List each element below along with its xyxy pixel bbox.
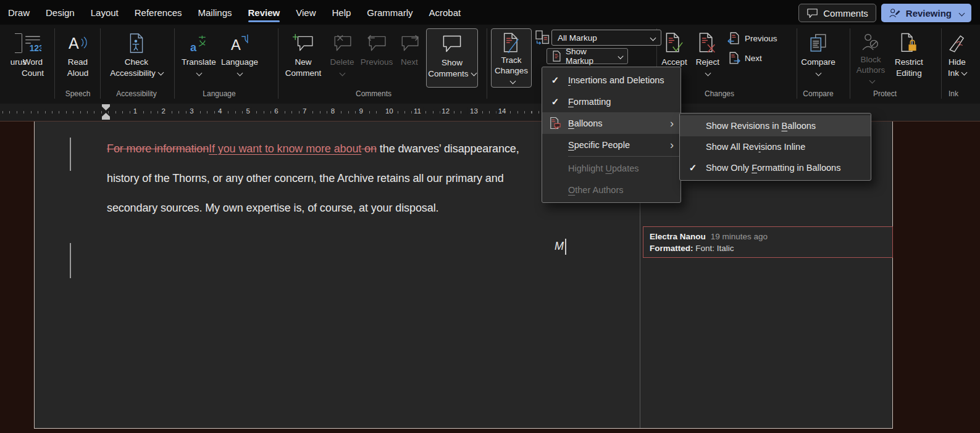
- track-changes-icon: [502, 30, 521, 55]
- chevron-down-icon: [869, 77, 876, 83]
- submenu-arrow-icon: ›: [670, 139, 674, 151]
- previous-change-icon: [727, 32, 740, 45]
- ruler-number: 9: [357, 107, 364, 115]
- new-comment-button[interactable]: New Comment: [279, 30, 327, 86]
- reviewing-button[interactable]: Reviewing: [881, 4, 971, 22]
- show-markup-icon: [552, 51, 561, 62]
- track-changes-label: Track Changes: [495, 56, 528, 76]
- previous-change-button[interactable]: Previous: [727, 32, 777, 45]
- compare-button[interactable]: Compare: [798, 30, 839, 86]
- menu-item-label: Other Authors: [568, 185, 623, 195]
- chevron-down-icon: [471, 70, 477, 76]
- italic-formatted-text[interactable]: M: [555, 240, 564, 253]
- chevron-down-icon: [815, 70, 821, 76]
- group-label-accessibility: Accessibility: [104, 89, 169, 98]
- balloons-icon: [542, 117, 568, 130]
- tab-layout[interactable]: Layout: [83, 0, 127, 25]
- next-comment-icon: [400, 30, 419, 57]
- reject-label: Reject: [696, 57, 719, 67]
- group-label-language: Language: [185, 89, 253, 98]
- group-label-protect: Protect: [860, 89, 910, 98]
- comments-button[interactable]: Comments: [798, 4, 876, 22]
- menu-item-insertions-and-deletions[interactable]: ✓ Insertions and Deletions: [542, 69, 681, 91]
- block-authors-label: Block Authors: [856, 55, 886, 75]
- reject-button[interactable]: Reject: [692, 30, 723, 86]
- tab-design[interactable]: Design: [38, 0, 83, 25]
- tab-view[interactable]: View: [288, 0, 324, 25]
- word-count-button[interactable]: 123 Word Count: [11, 30, 54, 86]
- show-comments-label: Show Comments: [428, 58, 468, 78]
- submenu-item-show-only-formatting-in-balloons[interactable]: ✓ Show Only Formatting in Balloons: [680, 157, 871, 178]
- language-button[interactable]: A Language: [219, 30, 261, 86]
- next-comment-label: Next: [401, 57, 418, 67]
- menu-item-formatting[interactable]: ✓ Formatting: [542, 91, 681, 112]
- ribbon: urus 123 Word Count A Read Aloud Speech …: [0, 25, 980, 104]
- chevron-down-icon: [510, 78, 516, 84]
- word-review-window: { "menubar": { "tabs": ["Draw","Design",…: [0, 0, 980, 433]
- revision-balloon[interactable]: Electra Nanou19 minutes ago Formatted: F…: [643, 226, 893, 258]
- tab-help[interactable]: Help: [324, 0, 359, 25]
- track-changes-toggle[interactable]: Track Changes: [491, 28, 532, 88]
- menu-item-label: Specific People: [568, 140, 630, 150]
- group-label-compare: Compare: [794, 89, 843, 98]
- read-aloud-button[interactable]: A Read Aloud: [58, 30, 98, 86]
- translate-button[interactable]: a Translate: [179, 30, 219, 86]
- body-text: history of the Thorns, or any other conc…: [107, 172, 504, 184]
- svg-text:A: A: [69, 35, 79, 52]
- first-line-indent-marker[interactable]: [102, 104, 110, 110]
- read-aloud-icon: A: [68, 30, 88, 57]
- menu-item-highlight-updates: Highlight Updates: [542, 157, 681, 179]
- hanging-indent-marker[interactable]: [102, 113, 110, 120]
- menu-item-balloons[interactable]: Balloons ›: [542, 112, 681, 134]
- show-markup-button[interactable]: Show Markup: [547, 48, 628, 64]
- next-change-button[interactable]: Next: [727, 52, 762, 65]
- menu-item-other-authors: Other Authors: [542, 179, 681, 200]
- compare-label: Compare: [801, 57, 836, 67]
- paragraph-line-2[interactable]: history of the Thorns, or any other conc…: [107, 172, 504, 185]
- previous-comment-icon: [367, 30, 387, 57]
- paragraph-line-1[interactable]: For more informationIf you want to know …: [107, 142, 519, 155]
- next-change-label: Next: [745, 54, 762, 63]
- display-for-review-dropdown[interactable]: All Markup: [551, 30, 661, 46]
- language-label: Language: [221, 57, 258, 67]
- word-count-icon: 123: [24, 30, 41, 57]
- translate-label: Translate: [182, 57, 216, 67]
- text-cursor: [565, 239, 566, 255]
- show-markup-menu: ✓ Insertions and Deletions ✓ Formatting …: [542, 67, 681, 203]
- checkmark-icon: ✓: [551, 96, 559, 107]
- svg-text:a: a: [190, 41, 197, 52]
- hide-ink-icon: [948, 30, 966, 57]
- ruler-number: 10: [383, 107, 395, 115]
- group-separator: [174, 28, 175, 99]
- tab-review[interactable]: Review: [240, 0, 288, 25]
- display-for-review-icon: [535, 30, 550, 44]
- menu-item-label: Highlight Updates: [568, 163, 639, 173]
- group-label-ink: Ink: [935, 89, 972, 98]
- restrict-editing-button[interactable]: Restrict Editing: [889, 30, 929, 86]
- submenu-item-show-revisions-in-balloons[interactable]: Show Revisions in Balloons: [680, 115, 871, 136]
- hide-ink-button[interactable]: Hide Ink: [942, 30, 972, 86]
- tab-draw[interactable]: Draw: [0, 0, 38, 25]
- menu-item-specific-people[interactable]: Specific People ›: [542, 134, 681, 155]
- group-separator: [54, 28, 55, 99]
- previous-change-label: Previous: [745, 34, 777, 43]
- paragraph-line-3[interactable]: secondary sources. My own expertise is, …: [107, 202, 438, 215]
- reviewing-person-icon: [889, 7, 901, 19]
- comments-button-label: Comments: [823, 8, 868, 19]
- group-separator: [487, 28, 487, 99]
- tab-acrobat[interactable]: Acrobat: [421, 0, 469, 25]
- chevron-down-icon: [196, 70, 202, 76]
- show-comments-toggle[interactable]: Show Comments: [426, 28, 478, 88]
- tab-mailings[interactable]: Mailings: [190, 0, 240, 25]
- ruler-number: 11: [412, 107, 423, 115]
- tab-grammarly[interactable]: Grammarly: [359, 0, 421, 25]
- check-accessibility-button[interactable]: Check Accessibility: [105, 30, 168, 86]
- ruler-number: 7: [301, 107, 308, 115]
- show-markup-label: Show Markup: [566, 47, 611, 65]
- delete-comment-icon: [332, 30, 352, 57]
- revision-author: Electra Nanou: [650, 232, 706, 241]
- menu-bar: Draw Design Layout References Mailings R…: [0, 0, 980, 25]
- submenu-item-show-all-revisions-inline[interactable]: Show All Revisions Inline: [680, 136, 871, 157]
- group-label-changes: Changes: [685, 89, 753, 98]
- tab-references[interactable]: References: [127, 0, 190, 25]
